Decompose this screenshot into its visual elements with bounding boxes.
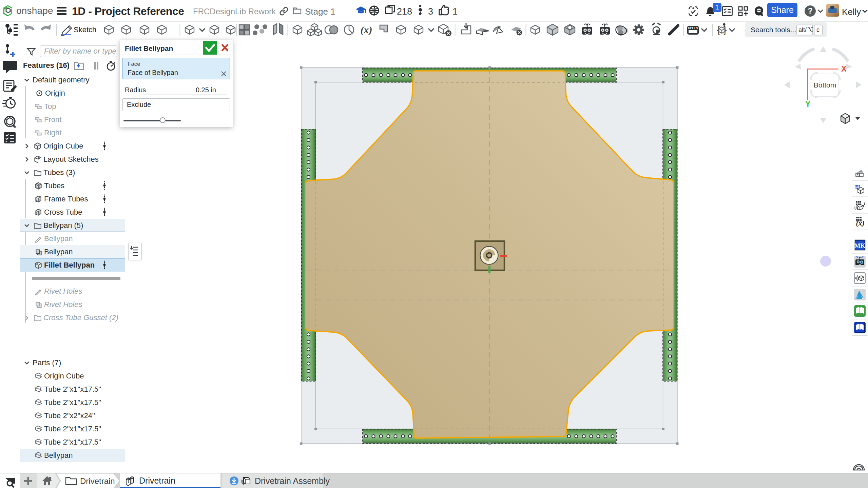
svg-text:(x): (x) (361, 24, 372, 36)
svg-text:Search tools...: Search tools... (751, 26, 796, 34)
svg-text:Bottom: Bottom (814, 81, 836, 89)
svg-text:Y: Y (805, 100, 810, 109)
svg-text:Drivetrain: Drivetrain (80, 476, 115, 486)
svg-text:Sketch: Sketch (74, 25, 96, 34)
svg-text:MK: MK (854, 242, 866, 249)
svg-text:X: X (841, 64, 847, 73)
svg-text:c: c (816, 26, 819, 33)
svg-text:HELLO: HELLO (688, 26, 698, 30)
svg-text:alt/: alt/ (798, 26, 807, 33)
svg-text:(x): (x) (856, 219, 865, 227)
